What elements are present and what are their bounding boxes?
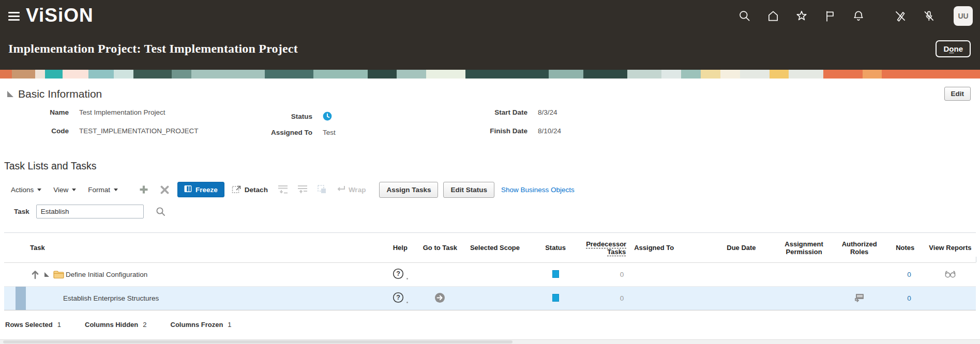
rows-selected: Rows Selected1 — [5, 321, 61, 329]
done-button[interactable]: Done — [936, 40, 971, 57]
detach-button[interactable]: Detach — [232, 184, 268, 195]
mic-off-icon[interactable] — [922, 9, 936, 23]
row-header-cell — [4, 263, 16, 287]
col-header-go-to-task: Go to Task — [414, 233, 466, 263]
search-icon[interactable] — [738, 9, 751, 23]
assign-tasks-button[interactable]: Assign Tasks — [379, 182, 438, 198]
vision-logo[interactable]: ViSiON — [26, 6, 94, 25]
predecessor-tasks-value: 0 — [582, 287, 630, 310]
decorative-banner — [0, 70, 980, 79]
wrap-control: Wrap — [336, 185, 366, 195]
view-menu[interactable]: View — [53, 186, 76, 194]
format-menu[interactable]: Format — [88, 186, 118, 194]
detach-icon — [232, 184, 241, 195]
home-icon[interactable] — [766, 9, 780, 23]
col-header-assignment-permission: Assignment Permission — [775, 233, 833, 263]
columns-frozen: Columns Frozen1 — [171, 321, 232, 329]
freeze-button[interactable]: Freeze — [177, 182, 224, 197]
task-name: Establish Enterprise Structures — [26, 294, 159, 302]
col-header-due-date: Due Date — [707, 233, 775, 263]
go-to-task-icon[interactable] — [434, 297, 445, 305]
due-date-cell — [707, 263, 775, 287]
task-filter-input[interactable] — [36, 205, 144, 218]
due-date-cell — [707, 287, 775, 310]
scrollbar-thumb[interactable] — [3, 340, 512, 343]
edit-button[interactable]: Edit — [944, 87, 971, 101]
show-business-objects-link[interactable]: Show Business Objects — [501, 186, 575, 194]
assigned-to-cell — [630, 263, 707, 287]
view-reports-glasses-icon[interactable] — [944, 272, 957, 280]
status-label: Status — [244, 113, 312, 120]
predecessor-tasks-value: 0 — [582, 263, 630, 287]
assignment-permission-cell — [775, 263, 833, 287]
help-icon[interactable]: ? — [393, 292, 404, 305]
authorized-roles-cell — [833, 263, 886, 287]
name-value: Test Implementation Project — [79, 108, 244, 116]
basic-information-fields: Name Test Implementation Project Code TE… — [7, 107, 971, 136]
favorites-star-icon[interactable] — [795, 9, 808, 23]
table-status-bar: Rows Selected1 Columns Hidden2 Columns F… — [5, 321, 980, 329]
actions-menu[interactable]: Actions — [11, 186, 41, 194]
columns-hidden: Columns Hidden2 — [85, 321, 147, 329]
delete-icon[interactable] — [158, 183, 171, 196]
col-header-authorized-roles: Authorized Roles — [833, 233, 886, 263]
horizontal-scrollbar[interactable] — [0, 339, 980, 344]
task-lists-section: Task Lists and Tasks Actions View Format… — [0, 160, 980, 329]
col-header-view-reports: View Reports — [925, 233, 976, 263]
selection-cell-selected[interactable] — [16, 287, 26, 310]
table-header-row: Task Help Go to Task Selected Scope Stat… — [4, 233, 976, 263]
wrap-icon — [336, 185, 345, 195]
table-row-establish-enterprise-structures[interactable]: Establish Enterprise Structures ? — [4, 287, 976, 310]
col-header-task: Task — [26, 233, 386, 263]
collapse-node-icon[interactable] — [44, 272, 49, 277]
implementation-project-page: ViSiON — [0, 0, 980, 344]
move-up-icon[interactable] — [31, 270, 39, 279]
name-label: Name — [7, 108, 69, 116]
chevron-down-icon — [72, 189, 76, 191]
status-in-progress-icon — [323, 112, 472, 121]
assigned-to-label: Assigned To — [244, 129, 312, 136]
col-header-help: Help — [386, 233, 414, 263]
filter-search-icon[interactable] — [155, 206, 167, 217]
selection-cell[interactable] — [16, 263, 26, 287]
paste-below-icon — [315, 183, 329, 196]
svg-text:?: ? — [396, 270, 400, 277]
hamburger-menu-icon[interactable] — [8, 12, 20, 21]
basic-information-title: Basic Information — [18, 88, 102, 100]
sandbox-pen-off-icon[interactable] — [894, 9, 907, 23]
col-header-status: Status — [529, 233, 582, 263]
selected-scope-cell — [466, 287, 529, 310]
code-value: TEST_IMPLEMENTATION_PROJECT — [79, 127, 244, 135]
edit-status-button[interactable]: Edit Status — [443, 182, 494, 198]
chevron-down-icon — [114, 189, 118, 191]
announcements-flag-icon[interactable] — [823, 9, 837, 23]
collapse-section-icon[interactable] — [7, 91, 13, 97]
status-square-icon — [552, 270, 559, 278]
move-rows-down-icon — [276, 183, 290, 196]
selected-scope-cell — [466, 263, 529, 287]
col-header-assigned-to: Assigned To — [630, 233, 707, 263]
table-row-define-initial-configuration[interactable]: Define Initial Configuration ? — [4, 263, 976, 287]
help-icon[interactable]: ? — [393, 268, 404, 281]
row-header-cell — [4, 287, 16, 310]
notes-link[interactable]: 0 — [907, 294, 911, 302]
add-icon[interactable] — [137, 183, 150, 196]
col-header-predecessor-tasks[interactable]: Predecessor Tasks — [582, 233, 630, 263]
table-toolbar: Actions View Format Freeze Detach — [11, 181, 980, 198]
basic-information-section: Basic Information Edit Name Test Impleme… — [0, 79, 980, 136]
svg-text:?: ? — [396, 294, 400, 301]
task-filter-row: Task — [14, 205, 980, 218]
global-toolbar: ViSiON — [0, 0, 980, 32]
go-to-task-cell — [414, 263, 466, 287]
notifications-bell-icon[interactable] — [852, 9, 865, 23]
authorized-roles-icon[interactable] — [854, 296, 865, 304]
selection-gutter — [16, 233, 26, 263]
global-icons: UU — [738, 6, 973, 26]
user-avatar[interactable]: UU — [954, 6, 973, 26]
notes-link[interactable]: 0 — [907, 271, 911, 278]
task-name: Define Initial Configuration — [66, 271, 147, 278]
row-header-gutter — [4, 233, 16, 263]
assignment-permission-cell — [775, 287, 833, 310]
help-more-dot-icon — [406, 278, 408, 279]
task-filter-label: Task — [14, 208, 29, 215]
